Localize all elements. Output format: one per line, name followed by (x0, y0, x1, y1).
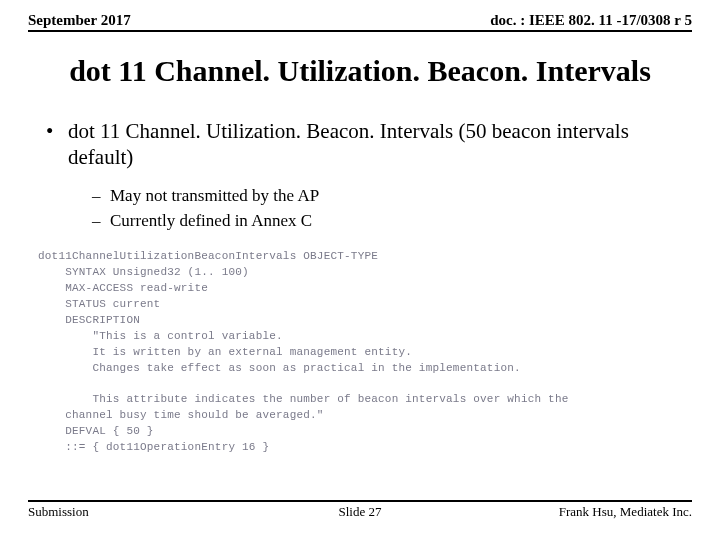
sub-bullet-text: Currently defined in Annex C (110, 210, 312, 231)
sub-bullet-item: – May not transmitted by the AP (92, 185, 692, 206)
footer-rule (28, 500, 692, 502)
slide: September 2017 doc. : IEEE 802. 11 -17/0… (0, 0, 720, 540)
footer: Submission Slide 27 Frank Hsu, Mediatek … (28, 500, 692, 520)
page-title: dot 11 Channel. Utilization. Beacon. Int… (28, 54, 692, 88)
header: September 2017 doc. : IEEE 802. 11 -17/0… (28, 12, 692, 32)
code-line: DESCRIPTION (38, 314, 140, 326)
dash-icon: – (92, 185, 110, 206)
code-line: This attribute indicates the number of b… (38, 393, 568, 405)
dash-icon: – (92, 210, 110, 231)
code-line: dot11ChannelUtilizationBeaconIntervals O… (38, 250, 378, 262)
bullet-list: • dot 11 Channel. Utilization. Beacon. I… (46, 118, 692, 231)
code-line: DEFVAL { 50 } (38, 425, 154, 437)
footer-slide-number: Slide 27 (28, 504, 692, 520)
sub-bullet-list: – May not transmitted by the AP – Curren… (92, 185, 692, 232)
bullet-text: dot 11 Channel. Utilization. Beacon. Int… (68, 118, 692, 171)
code-line: channel busy time should be averaged." (38, 409, 324, 421)
code-line: ::= { dot11OperationEntry 16 } (38, 441, 269, 453)
header-doc-id: doc. : IEEE 802. 11 -17/0308 r 5 (490, 12, 692, 29)
sub-bullet-text: May not transmitted by the AP (110, 185, 319, 206)
code-line: STATUS current (38, 298, 160, 310)
bullet-dot-icon: • (46, 118, 68, 171)
header-date: September 2017 (28, 12, 131, 29)
code-line: MAX-ACCESS read-write (38, 282, 208, 294)
sub-bullet-item: – Currently defined in Annex C (92, 210, 692, 231)
code-line: It is written by an external management … (38, 346, 412, 358)
code-block: dot11ChannelUtilizationBeaconIntervals O… (38, 249, 692, 456)
bullet-item: • dot 11 Channel. Utilization. Beacon. I… (46, 118, 692, 171)
code-line: SYNTAX Unsigned32 (1.. 100) (38, 266, 249, 278)
code-line: "This is a control variable. (38, 330, 283, 342)
code-line: Changes take effect as soon as practical… (38, 362, 521, 374)
